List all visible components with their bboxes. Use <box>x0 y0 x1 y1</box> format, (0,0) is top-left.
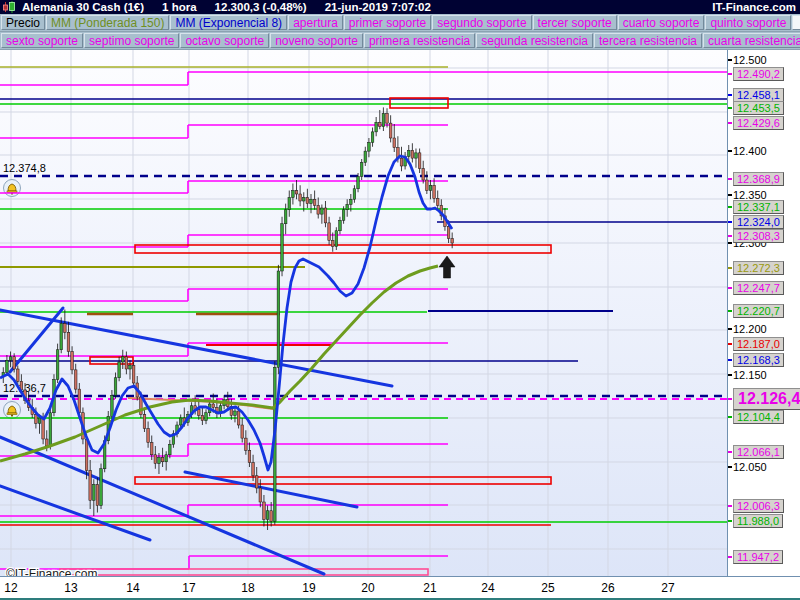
level-price-label: 12.490,2 <box>728 67 784 81</box>
time-axis-label: 13 <box>64 581 77 595</box>
time-axis-label: 18 <box>241 581 254 595</box>
legend-item-tercera-resistencia[interactable]: tercera resistencia <box>594 33 702 48</box>
legend-item-primera-resistencia[interactable]: primera resistencia <box>364 33 475 48</box>
timeframe-label: 1 hora <box>162 1 197 13</box>
level-price-label: 12.429,6 <box>728 116 784 130</box>
instrument-name: Alemania 30 Cash (1€) <box>22 1 144 13</box>
level-price-label: 12.066,1 <box>728 445 784 459</box>
legend-item-segunda-resistencia[interactable]: segunda resistencia <box>476 33 593 48</box>
trading-platform-window: Alemania 30 Cash (1€) 1 hora 12.300,3 (-… <box>0 0 800 600</box>
time-axis-label: 26 <box>601 581 614 595</box>
time-axis-label: 24 <box>481 581 494 595</box>
legend-item-sexto-soporte[interactable]: sexto soporte <box>1 33 83 48</box>
level-price-label: 12.220,7 <box>728 304 784 318</box>
open-price-label: 12.126,4 <box>728 388 800 410</box>
legend-item-tercer-soporte[interactable]: tercer soporte <box>533 15 617 30</box>
level-price-label: 12.187,0 <box>728 337 784 351</box>
chart-area[interactable]: 12.374,812.136,7©IT-Finance.com <box>0 50 727 576</box>
last-price-change: 12.300,3 (-0,48%) <box>215 1 307 13</box>
level-price-label: 11.947,2 <box>728 550 783 564</box>
time-axis-label: 14 <box>126 581 139 595</box>
legend-empty-cell <box>792 15 800 30</box>
time-axis-label: 20 <box>361 581 374 595</box>
time-axis-label: 21 <box>423 581 436 595</box>
price-scale-label: 12.050 <box>728 461 767 473</box>
indicator-legend-row-2: sexto soporteseptimo soporteoctavo sopor… <box>0 32 800 50</box>
legend-item-primer-soporte[interactable]: primer soporte <box>344 15 431 30</box>
price-scale-label: 12.500 <box>728 54 767 66</box>
level-price-label: 12.308,3 <box>728 229 784 243</box>
legend-item-noveno-soporte[interactable]: noveno soporte <box>270 33 363 48</box>
quote-datetime: 21-jun-2019 7:07:02 <box>325 1 431 13</box>
level-price-label: 12.458,1 <box>728 88 784 102</box>
time-axis-label: 25 <box>541 581 554 595</box>
time-axis-label: 27 <box>661 581 674 595</box>
price-scale-label: 12.400 <box>728 145 767 157</box>
brand-label: IT-Finance.com <box>712 1 796 13</box>
legend-item-cuarto-soporte[interactable]: cuarto soporte <box>618 15 705 30</box>
level-price-label: 12.368,9 <box>728 172 784 186</box>
legend-item-quinto-soporte[interactable]: quinto soporte <box>705 15 791 30</box>
price-scale-label: 12.150 <box>728 369 767 381</box>
legend-item-mm-exponencial-8-[interactable]: MM (Exponencial 8) <box>170 15 287 30</box>
level-price-label: 11.988,0 <box>728 514 783 528</box>
time-axis[interactable]: 121314171819202124252627 <box>0 576 800 598</box>
alarm-bell-icon[interactable] <box>4 402 21 419</box>
level-price-label: 12.006,3 <box>728 499 784 513</box>
time-axis-label: 17 <box>182 581 195 595</box>
legend-item-mm-ponderada-150-[interactable]: MM (Ponderada 150) <box>46 15 169 30</box>
time-axis-label: 19 <box>302 581 315 595</box>
title-bar: Alemania 30 Cash (1€) 1 hora 12.300,3 (-… <box>0 0 800 14</box>
alarm-bell-icon[interactable] <box>4 180 21 197</box>
level-price-label: 12.453,5 <box>728 101 784 115</box>
legend-item-apertura[interactable]: apertura <box>288 15 343 30</box>
legend-item-precio[interactable]: Precio <box>1 15 45 30</box>
legend-item-segundo-soporte[interactable]: segundo soporte <box>432 15 531 30</box>
level-price-label: 12.272,3 <box>728 261 784 275</box>
legend-item-cuarta-resistencia[interactable]: cuarta resistencia <box>703 33 800 48</box>
level-price-label: 12.337,1 <box>728 200 784 214</box>
level-price-label: 12.247,7 <box>728 281 784 295</box>
legend-item-octavo-soporte[interactable]: octavo soporte <box>180 33 269 48</box>
time-axis-label: 12 <box>4 581 17 595</box>
price-scale-label: 12.200 <box>728 323 767 335</box>
legend-item-septimo-soporte[interactable]: septimo soporte <box>84 33 179 48</box>
candlestick-instrument-icon <box>3 1 16 13</box>
watermark-text: ©IT-Finance.com <box>6 567 98 576</box>
level-price-label: 12.324,0 <box>728 215 784 229</box>
watermark: ©IT-Finance.com <box>6 567 98 576</box>
alarm-price-text: 12.374,8 <box>3 162 46 174</box>
chart-canvas[interactable]: 12.374,812.136,7©IT-Finance.com <box>0 50 727 576</box>
level-price-label: 12.104,4 <box>728 410 784 424</box>
price-axis[interactable]: 12.50012.40012.35012.30012.20012.15012.0… <box>727 50 800 576</box>
level-price-label: 12.168,3 <box>728 353 784 367</box>
indicator-legend-row-1: PrecioMM (Ponderada 150)MM (Exponencial … <box>0 14 800 32</box>
